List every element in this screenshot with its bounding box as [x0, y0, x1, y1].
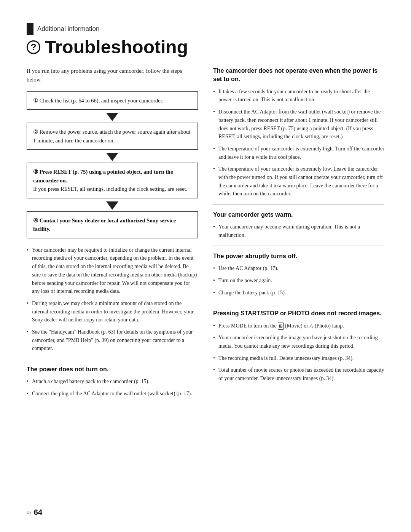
camcorder-warm-section: Your camcorder gets warm. Your camcorder… — [213, 211, 384, 240]
us-label: US — [27, 510, 32, 514]
start-stop-bullet-4: Total number of movie scenes or photos h… — [213, 366, 384, 382]
step-2-text: ② Remove the power source, attach the po… — [33, 128, 191, 145]
power-not-turn-on-title: The power does not turn on. — [27, 365, 198, 374]
no-power-bullet-3: The temperature of your camcorder is ext… — [213, 145, 384, 161]
no-power-bullet-2: Disconnect the AC Adaptor from the wall … — [213, 108, 384, 141]
page-number: 64 — [34, 508, 42, 517]
arrow-shape-3 — [106, 201, 118, 210]
page-title: ? Troubleshooting — [27, 37, 384, 58]
power-abruptly-title: The power abruptly turns off. — [213, 252, 384, 260]
camcorder-no-power-section: The camcorder does not operate even when… — [213, 67, 384, 198]
power-not-turn-on-section: The power does not turn on. Attach a cha… — [27, 365, 198, 398]
title-text: Troubleshooting — [45, 37, 188, 58]
power-bullet-2: Connect the plug of the AC Adaptor to th… — [27, 390, 198, 398]
power-bullet-1: Attach a charged battery pack to the cam… — [27, 377, 198, 386]
warm-bullet-1: Your camcorder may become warm during op… — [213, 223, 384, 239]
step-4-text: ④ Contact your Sony dealer or local auth… — [33, 216, 191, 233]
left-bullet-section: Your camcorder may be required to initia… — [27, 246, 198, 353]
power-abruptly-section: The power abruptly turns off. Use the AC… — [213, 252, 384, 297]
arrow-3 — [27, 201, 198, 210]
step-box-4: ④ Contact your Sony dealer or local auth… — [27, 211, 198, 238]
right-column: The camcorder does not operate even when… — [213, 67, 384, 402]
left-bullet-3: See the "Handycam" Handbook (p. 63) for … — [27, 328, 198, 353]
right-divider-2 — [213, 246, 384, 246]
page-number-area: US 64 — [27, 508, 42, 517]
intro-paragraph: If you run into any problems using your … — [27, 67, 198, 84]
step-3-text: ③ Press RESET (p. 75) using a pointed ob… — [33, 168, 191, 193]
abruptly-bullet-3: Charge the battery pack (p. 15). — [213, 289, 384, 297]
step-1-number: ① — [33, 97, 40, 104]
camera-icon: △ — [309, 322, 313, 330]
arrow-2 — [27, 153, 198, 161]
start-stop-title: Pressing START/STOP or PHOTO does not re… — [213, 309, 384, 318]
section-label-row: Additional information — [27, 23, 384, 35]
right-divider-1 — [213, 204, 384, 204]
camcorder-no-power-title: The camcorder does not operate even when… — [213, 67, 384, 84]
step-box-2: ② Remove the power source, attach the po… — [27, 123, 198, 150]
header: Additional information ? Troubleshooting — [27, 23, 384, 58]
camcorder-warm-title: Your camcorder gets warm. — [213, 211, 384, 219]
left-divider-1 — [27, 359, 198, 359]
step-1-text: ① Check the list (p. 64 to 66), and insp… — [33, 96, 191, 105]
start-stop-section: Pressing START/STOP or PHOTO does not re… — [213, 309, 384, 383]
left-column: If you run into any problems using your … — [27, 67, 198, 402]
abruptly-bullet-2: Turn on the power again. — [213, 276, 384, 285]
section-label-text: Additional information — [37, 25, 99, 33]
start-stop-bullet-1: Press MODE to turn on the ⊞ (Movie) or △… — [213, 322, 384, 330]
section-bar — [27, 23, 33, 35]
step-2-number: ② — [33, 129, 40, 135]
arrow-1 — [27, 113, 198, 121]
right-divider-3 — [213, 303, 384, 303]
no-power-bullet-4: The temperature of your camcorder is ext… — [213, 165, 384, 198]
arrow-shape-1 — [106, 113, 118, 121]
start-stop-bullet-3: The recording media is full. Delete unne… — [213, 354, 384, 363]
page: Additional information ? Troubleshooting… — [0, 0, 411, 532]
abruptly-bullet-1: Use the AC Adaptor (p. 17). — [213, 264, 384, 273]
left-bullet-2: During repair, we may check a minimum am… — [27, 299, 198, 324]
step-box-3: ③ Press RESET (p. 75) using a pointed ob… — [27, 163, 198, 198]
step-4-number: ④ — [33, 217, 40, 224]
no-power-bullet-1: It takes a few seconds for your camcorde… — [213, 88, 384, 104]
arrow-shape-2 — [106, 153, 118, 161]
step-box-1: ① Check the list (p. 64 to 66), and insp… — [27, 91, 198, 110]
start-stop-bullet-2: Your camcorder is recording the image yo… — [213, 334, 384, 350]
step-3-number: ③ — [33, 169, 40, 175]
step-3-subtext: If you press RESET, all settings, includ… — [33, 186, 187, 192]
two-column-layout: If you run into any problems using your … — [27, 67, 384, 402]
left-bullet-1: Your camcorder may be required to initia… — [27, 246, 198, 296]
movie-icon: ⊞ — [278, 323, 284, 330]
title-icon: ? — [27, 40, 40, 54]
